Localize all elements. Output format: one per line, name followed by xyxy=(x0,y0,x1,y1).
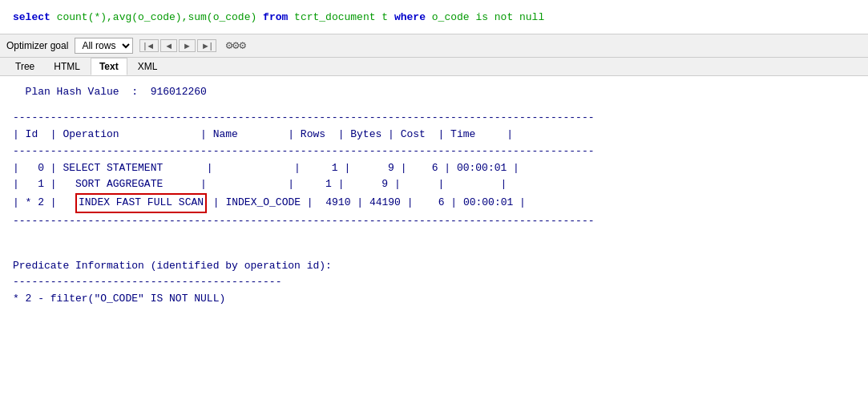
predicate-header-text: Predicate Information (identified by ope… xyxy=(13,258,855,275)
nav-first-btn[interactable]: |◄ xyxy=(139,39,159,52)
sql-from-keyword: from xyxy=(263,11,288,23)
dashed-line-top: ----------------------------------------… xyxy=(13,110,855,127)
toolbar: Optimizer goal All rows |◄ ◄ ► ►| ⚙⚙⚙ xyxy=(0,34,868,58)
plan-hash: Plan Hash Value : 916012260 xyxy=(13,84,855,101)
tab-html[interactable]: HTML xyxy=(45,58,89,75)
sql-condition: o_code is not null xyxy=(432,11,544,23)
predicate-text: * 2 - filter("O_CODE" IS NOT NULL) xyxy=(13,291,855,308)
sql-select-keyword: select xyxy=(13,11,50,23)
tab-text[interactable]: Text xyxy=(91,58,127,75)
optimizer-select[interactable]: All rows xyxy=(75,38,133,54)
sql-space4 xyxy=(388,11,394,23)
pred-dashed: ----------------------------------------… xyxy=(13,274,855,291)
predicate-section: Predicate Information (identified by ope… xyxy=(13,241,855,308)
plan-header: | Id | Operation | Name | Rows | Bytes |… xyxy=(13,127,855,143)
optimizer-label: Optimizer goal xyxy=(6,40,68,51)
tab-tree[interactable]: Tree xyxy=(6,58,43,75)
tabs-bar: Tree HTML Text XML xyxy=(0,58,868,76)
table-row: | 1 | SORT AGGREGATE | | 1 | 9 | | | xyxy=(13,176,855,193)
nav-next-btn[interactable]: ► xyxy=(179,39,196,52)
settings-icon[interactable]: ⚙⚙⚙ xyxy=(226,38,246,52)
sql-tablename: tcrt_document t xyxy=(294,11,388,23)
plan-hash-label: Plan Hash Value xyxy=(26,86,119,98)
nav-buttons: |◄ ◄ ► ►| xyxy=(139,39,216,52)
tab-xml[interactable]: XML xyxy=(129,58,167,75)
table-row: | 0 | SELECT STATEMENT | | 1 | 9 | 6 | 0… xyxy=(13,160,855,177)
sql-space5 xyxy=(426,11,432,23)
nav-last-btn[interactable]: ►| xyxy=(197,39,216,52)
sql-where-keyword: where xyxy=(394,11,426,23)
sql-query-bar: select count(*),avg(o_code),sum(o_code) … xyxy=(0,0,868,34)
highlighted-operation: INDEX FAST FULL SCAN xyxy=(75,193,207,213)
table-row: | * 2 | INDEX FAST FULL SCAN | INDEX_O_C… xyxy=(13,193,855,213)
predicate-header xyxy=(13,241,855,258)
sql-space2 xyxy=(256,11,263,23)
sql-space3 xyxy=(288,11,294,23)
nav-prev-btn[interactable]: ◄ xyxy=(160,39,177,52)
dashed-line-header: ----------------------------------------… xyxy=(13,143,855,160)
plan-hash-value: 916012260 xyxy=(151,86,207,98)
sql-space xyxy=(50,11,57,23)
plan-area: Plan Hash Value : 916012260 ------------… xyxy=(0,76,868,317)
sql-functions: count(*),avg(o_code),sum(o_code) xyxy=(57,11,257,23)
dashed-line-bottom: ----------------------------------------… xyxy=(13,213,855,230)
